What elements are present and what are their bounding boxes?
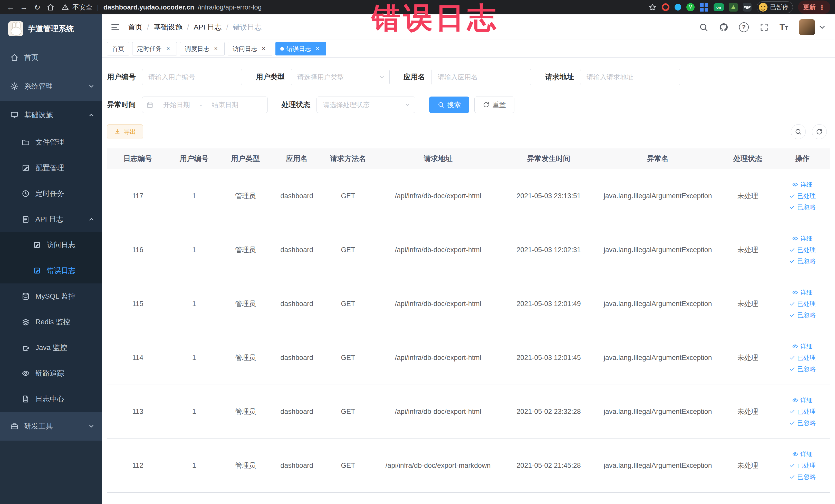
tab-dispatch-log[interactable]: 调度日志 × (180, 42, 225, 56)
breadcrumb-item[interactable]: 基础设施 (154, 22, 183, 32)
chrome-update-button[interactable]: 更新 ⋮ (798, 1, 830, 14)
sidebar-item-file-management[interactable]: 文件管理 (0, 129, 102, 155)
sidebar-item-mysql-monitor[interactable]: MySQL 监控 (0, 283, 102, 309)
processed-link[interactable]: 已处理 (789, 407, 816, 416)
tab-error-log[interactable]: 错误日志 × (276, 42, 326, 56)
detail-link[interactable]: 详细 (792, 235, 813, 243)
user-type-select-input[interactable] (291, 69, 390, 85)
sidebar-item-log-center[interactable]: 日志中心 (0, 386, 102, 412)
close-icon[interactable]: × (260, 45, 267, 53)
browser-forward-button[interactable]: → (18, 1, 30, 13)
sidebar-item-scheduled-tasks[interactable]: 定时任务 (0, 181, 102, 206)
filter-label: 用户类型 (256, 72, 285, 82)
fullscreen-icon[interactable] (759, 23, 769, 32)
request-url-input[interactable] (580, 69, 680, 85)
app-name-input[interactable] (431, 69, 531, 85)
hide-search-button[interactable] (791, 124, 806, 139)
close-icon[interactable]: × (164, 45, 172, 53)
extension-icon[interactable] (675, 4, 681, 11)
github-icon[interactable] (719, 23, 728, 32)
detail-link[interactable]: 详细 (792, 396, 813, 404)
ignored-link[interactable]: 已忽略 (789, 419, 816, 427)
sidebar-item-home[interactable]: 首页 (0, 43, 102, 72)
tab-home[interactable]: 首页 (107, 42, 129, 56)
cell-request-url: /api/infra/db-doc/export-html (374, 277, 502, 331)
processed-link[interactable]: 已处理 (789, 461, 816, 469)
detail-link[interactable]: 详细 (792, 450, 813, 458)
process-status-select-input[interactable] (317, 97, 415, 113)
address-bar[interactable]: 不安全 | dashboard.yudao.iocoder.cn/infra/l… (62, 3, 647, 12)
date-range-picker[interactable]: - (142, 97, 268, 113)
process-status-select[interactable] (317, 97, 415, 113)
close-icon[interactable]: × (212, 45, 220, 53)
ignored-link[interactable]: 已忽略 (789, 365, 816, 373)
sidebar-item-tracing[interactable]: 链路追踪 (0, 361, 102, 386)
ignored-link[interactable]: 已忽略 (789, 473, 816, 481)
sidebar-item-system[interactable]: 系统管理 (0, 72, 102, 101)
cell-app-name: dashboard (271, 385, 322, 439)
url-divider: | (97, 3, 99, 11)
tab-label: 访问日志 (232, 45, 257, 53)
processed-link[interactable]: 已处理 (789, 246, 816, 254)
monitor-icon (10, 111, 19, 119)
sidebar-item-config-management[interactable]: 配置管理 (0, 155, 102, 181)
table-row: 112 1 管理员 dashboard GET /api/infra/db-do… (107, 439, 830, 492)
detail-label: 详细 (800, 181, 813, 189)
profile-paused-chip[interactable]: 已暂停 (757, 1, 793, 13)
detail-link[interactable]: 详细 (792, 342, 813, 350)
tab-access-log[interactable]: 访问日志 × (228, 42, 272, 56)
reset-button[interactable]: 重置 (474, 97, 514, 113)
extension-paw-icon[interactable] (743, 3, 752, 12)
browser-home-button[interactable] (45, 1, 57, 13)
extension-tree-icon[interactable] (729, 3, 738, 12)
bookmark-star-icon[interactable] (648, 3, 657, 11)
breadcrumb: 首页 / 基础设施 / API 日志 / 错误日志 (128, 22, 262, 32)
close-icon[interactable]: × (314, 45, 321, 53)
detail-link[interactable]: 详细 (792, 181, 813, 189)
help-icon[interactable]: ? (739, 22, 749, 32)
sidebar-item-api-logs[interactable]: API 日志 (0, 206, 102, 232)
browser-back-button[interactable]: ← (5, 1, 16, 13)
check-icon (789, 420, 795, 426)
search-button[interactable]: 搜索 (429, 97, 469, 113)
kebab-menu-icon[interactable]: ⋮ (819, 3, 825, 11)
detail-link[interactable]: 详细 (792, 288, 813, 297)
tab-label: 错误日志 (286, 45, 311, 53)
processed-link[interactable]: 已处理 (789, 354, 816, 362)
end-date-input[interactable] (205, 101, 246, 109)
processed-link[interactable]: 已处理 (789, 300, 816, 308)
ignored-link[interactable]: 已忽略 (789, 257, 816, 265)
sidebar-item-access-log[interactable]: 访问日志 (0, 232, 102, 258)
search-icon[interactable] (699, 23, 708, 32)
sidebar-item-dev-tools[interactable]: 研发工具 (0, 412, 102, 441)
browser-reload-button[interactable]: ↻ (31, 1, 43, 13)
font-size-icon[interactable]: TT (779, 22, 788, 32)
export-button[interactable]: 导出 (107, 124, 143, 139)
sidebar-logo[interactable]: 芋道管理系统 (0, 14, 102, 43)
sidebar-item-infra[interactable]: 基础设施 (0, 101, 102, 129)
processed-link[interactable]: 已处理 (789, 192, 816, 200)
range-separator: - (200, 101, 202, 109)
cell-exception-time: 2021-05-02 21:45:28 (502, 439, 595, 492)
user-type-select[interactable] (291, 69, 390, 85)
refresh-table-button[interactable] (812, 124, 827, 139)
breadcrumb-item[interactable]: 首页 (128, 22, 142, 32)
sidebar-item-redis-monitor[interactable]: Redis 监控 (0, 309, 102, 335)
user-avatar-menu[interactable] (799, 19, 827, 35)
sidebar-item-error-log[interactable]: 错误日志 (0, 258, 102, 283)
ignored-link[interactable]: 已忽略 (789, 203, 816, 211)
extension-on-badge-icon[interactable]: on (714, 3, 724, 11)
extension-vue-devtools-icon[interactable]: V (686, 3, 695, 11)
tab-scheduled-tasks[interactable]: 定时任务 × (132, 42, 177, 56)
user-id-input[interactable] (142, 69, 242, 85)
start-date-input[interactable] (156, 101, 197, 109)
cell-user-type: 管理员 (220, 439, 271, 492)
col-method: 请求方法名 (322, 148, 374, 169)
extension-icon[interactable] (662, 3, 669, 11)
extension-icon[interactable] (700, 3, 709, 12)
sidebar-item-java-monitor[interactable]: Java 监控 (0, 335, 102, 361)
breadcrumb-item[interactable]: API 日志 (194, 22, 222, 32)
hamburger-icon[interactable] (110, 22, 120, 32)
ignored-link[interactable]: 已忽略 (789, 311, 816, 319)
cell-actions: 详细 已处理 已忽略 (775, 385, 830, 439)
